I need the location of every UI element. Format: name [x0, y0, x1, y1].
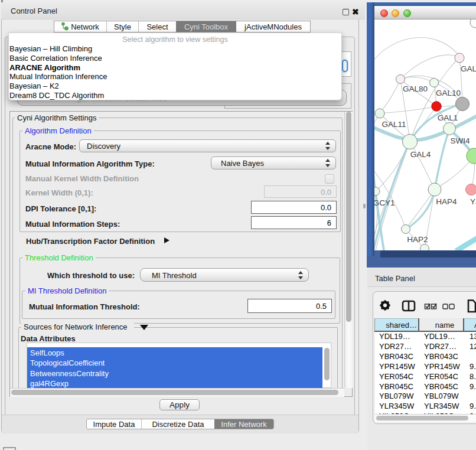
svg-text:GAL4: GAL4	[410, 150, 431, 159]
svg-text:GCY1: GCY1	[374, 198, 395, 207]
svg-text:YJ: YJ	[470, 197, 476, 206]
svg-text:HAP4: HAP4	[436, 197, 457, 206]
svg-text:GAL11: GAL11	[382, 120, 406, 129]
svg-text:GAL1: GAL1	[438, 113, 458, 122]
svg-text:GAL10: GAL10	[436, 89, 461, 97]
svg-text:GAL80: GAL80	[403, 84, 428, 93]
svg-text:SWI4: SWI4	[450, 136, 470, 145]
svg-text:GAL7: GAL7	[461, 64, 476, 73]
svg-text:HAP2: HAP2	[407, 235, 428, 244]
